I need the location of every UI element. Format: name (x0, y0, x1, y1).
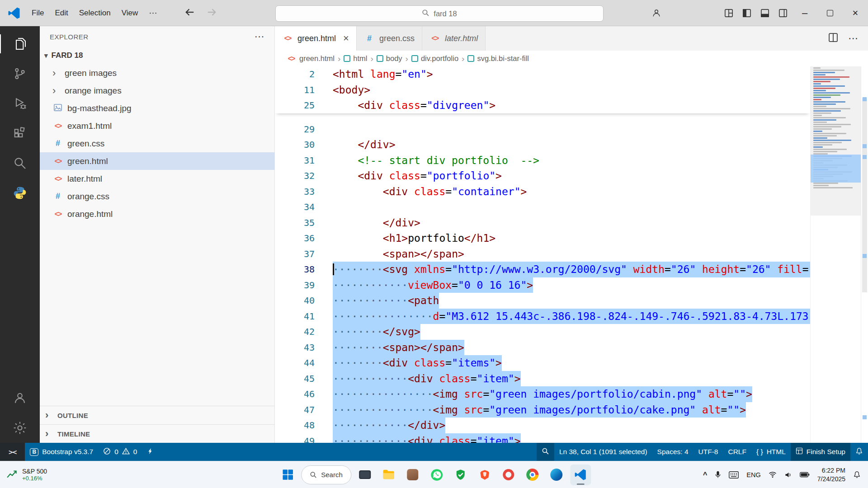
code-line-48[interactable]: 48············</div> (275, 418, 810, 433)
file-item-orange images[interactable]: ›orange images (40, 82, 274, 99)
line-number[interactable]: 34 (275, 199, 315, 215)
line-number[interactable]: 47 (275, 402, 315, 418)
menu-file[interactable]: File (26, 5, 49, 21)
code-editor[interactable]: 2<html lang="en">11<body>25 <div class="… (275, 66, 868, 443)
clock[interactable]: 6:22 PM 7/24/2025 (817, 466, 845, 483)
notification-bell-icon[interactable] (853, 471, 861, 479)
menu-selection[interactable]: Selection (74, 5, 116, 21)
minimize-button[interactable]: – (792, 0, 817, 26)
toggle-panel-icon[interactable] (756, 4, 774, 22)
code-line-35[interactable]: 35 </div> (275, 215, 810, 231)
remote-indicator[interactable]: >< (0, 443, 25, 461)
language-mode-status[interactable]: { } HTML (751, 443, 791, 461)
forward-button[interactable] (206, 7, 217, 19)
menu-edit[interactable]: Edit (49, 5, 73, 21)
menu-view[interactable]: View (116, 5, 144, 21)
line-number[interactable]: 33 (275, 184, 315, 200)
cursor-position-status[interactable]: Ln 38, Col 1 (1091 selected) (554, 443, 652, 461)
line-number[interactable]: 42 (275, 324, 315, 340)
volume-icon[interactable] (784, 471, 792, 479)
close-button[interactable]: × (843, 0, 868, 26)
minimap-slider[interactable] (811, 66, 861, 216)
start-button[interactable] (277, 465, 298, 485)
breadcrumb-item-svg.bi.bi-star-fill[interactable]: svg.bi.bi-star-fill (467, 54, 529, 63)
maximize-button[interactable] (817, 0, 843, 26)
code-line-30[interactable]: 30 </div> (275, 137, 810, 153)
code-line-31[interactable]: 31 <!-- start div portfolio --> (275, 153, 810, 169)
explorer-actions-icon[interactable]: ⋯ (255, 31, 265, 42)
code-line-49[interactable]: 49············<div class="item"> (275, 433, 810, 443)
toggle-secondary-sidebar-icon[interactable] (774, 4, 792, 22)
file-item-green.html[interactable]: <>green.html (40, 152, 274, 170)
timeline-section[interactable]: ›TIMELINE (40, 424, 274, 443)
thunder-client-status[interactable] (142, 443, 159, 461)
chrome-button[interactable] (522, 465, 543, 485)
code-line-40[interactable]: 40············<path (275, 293, 810, 309)
line-number[interactable]: 49 (275, 433, 315, 443)
code-line-45[interactable]: 45············<div class="item"> (275, 371, 810, 387)
line-number[interactable]: 31 (275, 153, 315, 169)
breadcrumb-item-green.html[interactable]: <>green.html (286, 54, 335, 63)
language-indicator[interactable]: ENG (746, 471, 760, 479)
encoding-status[interactable]: UTF-8 (693, 443, 723, 461)
code-line-38[interactable]: 38········<svg xmlns="http://www.w3.org/… (275, 262, 810, 277)
line-number[interactable]: 46 (275, 386, 315, 402)
source-control-icon[interactable] (0, 59, 40, 89)
opera-browser-button[interactable] (498, 465, 519, 485)
file-item-orange.html[interactable]: <>orange.html (40, 205, 274, 223)
line-number[interactable]: 43 (275, 340, 315, 356)
file-item-orange.css[interactable]: #orange.css (40, 188, 274, 205)
code-line-46[interactable]: 46················<img src="green images… (275, 386, 810, 402)
command-center-search[interactable]: fard 18 (275, 5, 604, 22)
code-line-39[interactable]: 39············viewBox="0 0 16 16"> (275, 277, 810, 293)
line-number[interactable]: 44 (275, 355, 315, 371)
task-view-button[interactable] (354, 465, 375, 485)
wifi-icon[interactable] (769, 471, 777, 478)
outline-section[interactable]: ›OUTLINE (40, 406, 274, 424)
code-line-42[interactable]: 42········</svg> (275, 324, 810, 340)
line-number[interactable] (275, 113, 315, 122)
more-actions-icon[interactable]: ⋯ (848, 33, 858, 44)
problems-status[interactable]: 0 0 (98, 443, 142, 461)
code-line-32[interactable]: 32 <div class="portfolio"> (275, 168, 810, 184)
microphone-icon[interactable] (715, 470, 721, 479)
tab-later.html[interactable]: <>later.html (422, 26, 486, 51)
file-item-bg-masthead.jpg[interactable]: bg-masthead.jpg (40, 99, 274, 117)
line-number[interactable]: 38 (275, 262, 315, 277)
indentation-status[interactable]: Spaces: 4 (652, 443, 693, 461)
line-number[interactable]: 40 (275, 293, 315, 309)
code-line-33[interactable]: 33 <div class="container"> (275, 184, 810, 200)
customize-layout-icon[interactable] (720, 4, 738, 22)
code-line-partial[interactable] (275, 113, 810, 122)
code-line-41[interactable]: 41················d="M3.612 15.443c-.386… (275, 309, 810, 324)
show-hidden-icons-button[interactable]: ^ (703, 471, 707, 479)
editor-scrollbar[interactable] (861, 66, 868, 443)
edge-button[interactable] (546, 465, 567, 485)
search-view-icon[interactable] (0, 148, 40, 178)
file-explorer-button[interactable] (378, 465, 399, 485)
code-line-36[interactable]: 36 <h1>portfolio</h1> (275, 230, 810, 246)
touch-keyboard-icon[interactable] (729, 471, 739, 479)
line-number[interactable]: 37 (275, 246, 315, 262)
extensions-icon[interactable] (0, 118, 40, 148)
line-number[interactable]: 30 (275, 137, 315, 153)
line-number[interactable]: 41 (275, 309, 315, 324)
code-line-43[interactable]: 43········<span></span> (275, 340, 810, 356)
line-number[interactable]: 48 (275, 418, 315, 433)
code-line-47[interactable]: 47················<img src="green images… (275, 402, 810, 418)
vscode-taskbar-button[interactable] (570, 465, 591, 485)
line-number[interactable]: 2 (275, 66, 315, 82)
scrollbar-slider[interactable] (862, 98, 867, 292)
account-badge-icon[interactable] (647, 4, 665, 22)
line-number[interactable]: 36 (275, 230, 315, 246)
line-number[interactable]: 45 (275, 371, 315, 387)
bootstrap-status[interactable]: B Bootstrap v5.3.7 (25, 443, 98, 461)
code-line-34[interactable]: 34 (275, 199, 810, 215)
app-button-brown[interactable] (402, 465, 423, 485)
explorer-view-icon[interactable] (0, 29, 40, 59)
folder-root[interactable]: ▾ FARD 18 (40, 47, 274, 64)
minimap[interactable] (810, 66, 861, 443)
code-line-11[interactable]: 11<body> (275, 82, 810, 98)
zoom-indicator[interactable] (537, 443, 554, 461)
finish-setup-status[interactable]: Finish Setup (791, 443, 850, 461)
